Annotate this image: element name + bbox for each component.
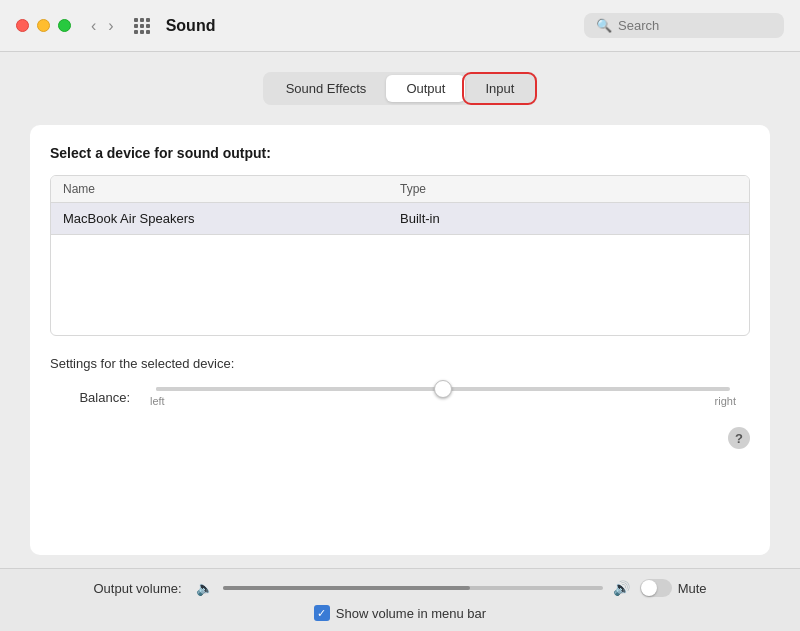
balance-right-label: right: [715, 395, 736, 407]
search-icon: 🔍: [596, 18, 612, 33]
forward-button[interactable]: ›: [104, 15, 117, 37]
main-content: Sound Effects Output Input Select a devi…: [0, 52, 800, 568]
close-button[interactable]: [16, 19, 29, 32]
help-button[interactable]: ?: [728, 427, 750, 449]
tab-sound-effects[interactable]: Sound Effects: [266, 75, 387, 102]
traffic-lights: [16, 19, 71, 32]
mute-toggle-thumb: [641, 580, 657, 596]
minimize-button[interactable]: [37, 19, 50, 32]
volume-row: Output volume: 🔈 🔊 Mute: [40, 579, 760, 597]
bottom-bar: Output volume: 🔈 🔊 Mute ✓ Show volume in…: [0, 568, 800, 631]
device-type: Built-in: [400, 211, 737, 226]
show-volume-label: Show volume in menu bar: [336, 606, 486, 621]
titlebar: ‹ › Sound 🔍: [0, 0, 800, 52]
mute-toggle[interactable]: [640, 579, 672, 597]
volume-track: [223, 586, 603, 590]
select-device-title: Select a device for sound output:: [50, 145, 750, 161]
mute-section: Mute: [640, 579, 707, 597]
tab-output[interactable]: Output: [386, 75, 465, 102]
balance-label: Balance:: [60, 390, 130, 405]
output-volume-label: Output volume:: [93, 581, 181, 596]
volume-high-icon: 🔊: [613, 580, 630, 596]
balance-slider-thumb[interactable]: [434, 380, 452, 398]
device-name: MacBook Air Speakers: [63, 211, 400, 226]
col-name-header: Name: [63, 182, 400, 196]
settings-title: Settings for the selected device:: [50, 356, 750, 371]
table-row[interactable]: MacBook Air Speakers Built-in: [51, 203, 749, 235]
table-header: Name Type: [51, 176, 749, 203]
balance-row: Balance: left right: [50, 387, 750, 407]
settings-section: Settings for the selected device: Balanc…: [50, 356, 750, 407]
show-volume-checkbox[interactable]: ✓: [314, 605, 330, 621]
help-button-area: ?: [50, 427, 750, 449]
back-button[interactable]: ‹: [87, 15, 100, 37]
maximize-button[interactable]: [58, 19, 71, 32]
col-type-header: Type: [400, 182, 737, 196]
apps-grid-icon[interactable]: [134, 18, 150, 34]
tabs-bar: Sound Effects Output Input: [263, 72, 538, 105]
balance-left-label: left: [150, 395, 165, 407]
tab-input[interactable]: Input: [465, 75, 534, 102]
balance-slider-container: left right: [146, 387, 740, 407]
window-title: Sound: [166, 17, 216, 35]
show-volume-row: ✓ Show volume in menu bar: [314, 605, 486, 621]
device-table: Name Type MacBook Air Speakers Built-in: [50, 175, 750, 336]
nav-buttons: ‹ ›: [87, 15, 118, 37]
volume-low-icon: 🔈: [196, 580, 213, 596]
balance-slider-fill: [156, 387, 443, 391]
output-panel: Select a device for sound output: Name T…: [30, 125, 770, 555]
search-bar[interactable]: 🔍: [584, 13, 784, 38]
volume-slider[interactable]: [223, 586, 603, 590]
volume-fill: [223, 586, 470, 590]
balance-slider-track[interactable]: [156, 387, 730, 391]
empty-table-space: [51, 235, 749, 335]
search-input[interactable]: [618, 18, 772, 33]
mute-label: Mute: [678, 581, 707, 596]
